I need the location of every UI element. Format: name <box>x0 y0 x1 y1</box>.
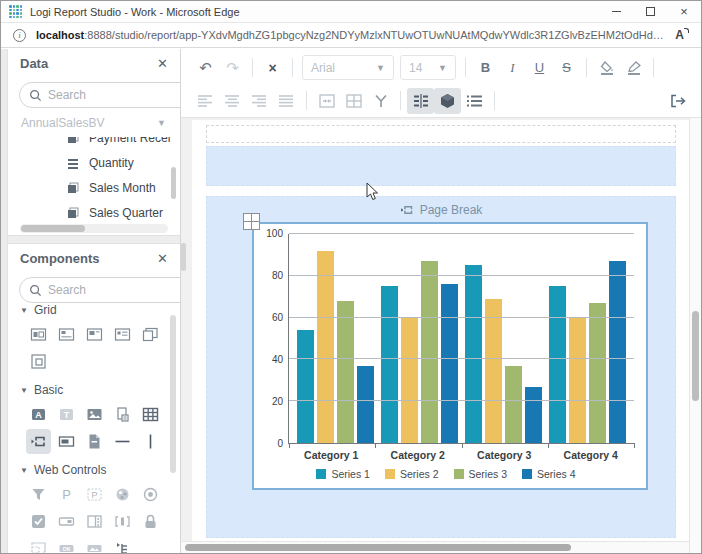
tree-icon[interactable] <box>110 536 135 553</box>
document-icon[interactable] <box>82 429 107 454</box>
canvas-horizontal-scrollbar[interactable] <box>181 541 689 553</box>
align-left-icon[interactable] <box>192 88 219 114</box>
field-item-sales-month[interactable]: Sales Month <box>8 175 180 200</box>
text-field-icon[interactable] <box>54 509 79 534</box>
highlight-pen-icon[interactable] <box>620 55 647 81</box>
url-text[interactable]: localhost:8888/studio/report/app-YXdvMgd… <box>36 29 667 41</box>
parameter-panel-icon[interactable]: P <box>82 482 107 507</box>
section-grid[interactable]: ▼ Grid <box>20 305 180 317</box>
checkbox-icon[interactable] <box>26 509 51 534</box>
close-icon[interactable]: × <box>667 1 701 22</box>
banded-layout-4-icon[interactable] <box>110 322 135 347</box>
x-axis-tick <box>462 443 463 448</box>
banded-layout-1-icon[interactable] <box>26 322 51 347</box>
frame-icon[interactable] <box>26 536 51 553</box>
bar-series-2 <box>485 299 502 443</box>
data-binding-icon[interactable] <box>407 88 434 114</box>
radio-button-icon[interactable] <box>138 482 163 507</box>
bar-series-1 <box>465 265 482 443</box>
section-web-controls[interactable]: ▼ Web Controls <box>20 463 180 477</box>
horizontal-scroll-thumb[interactable] <box>185 544 571 551</box>
minimize-icon[interactable] <box>599 1 633 22</box>
report-band-selected-1[interactable] <box>206 146 676 186</box>
section-basic[interactable]: ▼ Basic <box>20 383 180 397</box>
read-aloud-icon[interactable]: A <box>675 28 689 42</box>
datasource-select[interactable]: AnnualSalesBV ▼ <box>8 114 180 137</box>
field-item-payment-received[interactable]: Payment Recei <box>8 137 180 150</box>
subreport-icon[interactable] <box>110 402 135 427</box>
edge-window: { "window": { "title": "Logi Report Stud… <box>0 0 702 554</box>
nested-grid-icon[interactable] <box>26 349 51 374</box>
underline-button[interactable]: U <box>526 55 553 81</box>
export-icon[interactable] <box>664 88 691 114</box>
filter-icon[interactable] <box>26 482 51 507</box>
chart-component[interactable]: 020406080100 Category 1Category 2Categor… <box>252 222 648 490</box>
justify-icon[interactable] <box>273 88 300 114</box>
list-box-icon[interactable] <box>82 509 107 534</box>
legend-swatch <box>316 469 326 479</box>
data-list-vertical-scrollbar[interactable] <box>171 167 176 199</box>
page-break-icon[interactable] <box>26 429 51 454</box>
legend-item: Series 2 <box>385 468 439 480</box>
redo-icon[interactable]: ↷ <box>219 55 246 81</box>
maximize-icon[interactable] <box>633 1 667 22</box>
data-search-input[interactable] <box>48 88 180 102</box>
data-panel-header: Data ✕ <box>8 49 180 78</box>
data-list-horizontal-scrollbar[interactable] <box>20 224 168 233</box>
chevron-down-icon: ▼ <box>20 306 28 315</box>
sphere-icon[interactable] <box>110 482 135 507</box>
vertical-scroll-thumb[interactable] <box>692 311 699 401</box>
panel-divider[interactable] <box>8 235 180 244</box>
delete-icon[interactable]: × <box>259 55 286 81</box>
list-view-icon[interactable] <box>461 88 488 114</box>
field-item-sales-quarter[interactable]: Sales Quarter <box>8 200 180 223</box>
button-icon[interactable]: OK <box>54 536 79 553</box>
strike-label: S <box>562 60 571 75</box>
components-vertical-scrollbar[interactable] <box>170 315 176 473</box>
image-control-icon[interactable] <box>82 536 107 553</box>
components-search-box[interactable] <box>19 277 180 303</box>
label-icon[interactable]: A <box>26 402 51 427</box>
vertical-line-icon[interactable] <box>138 429 163 454</box>
info-icon[interactable]: i <box>13 29 26 42</box>
report-page[interactable]: Page Break 020406080100 <box>192 120 689 541</box>
align-right-icon[interactable] <box>246 88 273 114</box>
report-band-header[interactable] <box>206 125 676 143</box>
bold-button[interactable]: B <box>472 55 499 81</box>
split-cells-icon[interactable] <box>340 88 367 114</box>
undo-icon[interactable]: ↶ <box>192 55 219 81</box>
report-canvas[interactable]: Page Break 020406080100 <box>181 118 701 553</box>
strikethrough-button[interactable]: S <box>553 55 580 81</box>
data-panel-close-icon[interactable]: ✕ <box>157 57 168 70</box>
slider-icon[interactable] <box>110 509 135 534</box>
font-size-select[interactable]: 14 ▼ <box>400 55 456 80</box>
data-search-box[interactable] <box>19 82 180 108</box>
text-icon[interactable]: T <box>54 402 79 427</box>
report-band-selected-2[interactable]: Page Break 020406080100 <box>206 196 676 538</box>
italic-button[interactable]: I <box>499 55 526 81</box>
components-search-input[interactable] <box>48 283 180 297</box>
table-icon[interactable] <box>138 402 163 427</box>
cube-view-icon[interactable] <box>434 88 461 114</box>
image-icon[interactable] <box>82 402 107 427</box>
tabbed-report-icon[interactable] <box>138 322 163 347</box>
lock-icon[interactable] <box>138 509 163 534</box>
page-break-component[interactable]: Page Break <box>207 200 675 220</box>
font-family-select[interactable]: Arial ▼ <box>302 55 394 80</box>
x-axis-tick <box>548 443 549 448</box>
splitter-handle[interactable] <box>181 243 186 271</box>
move-handle-icon[interactable] <box>243 213 260 230</box>
canvas-vertical-scrollbar[interactable] <box>689 118 701 553</box>
parameter-icon[interactable]: P <box>54 482 79 507</box>
align-center-icon[interactable] <box>219 88 246 114</box>
components-panel-close-icon[interactable]: ✕ <box>157 252 168 265</box>
merge-cells-icon[interactable] <box>313 88 340 114</box>
fill-color-icon[interactable] <box>593 55 620 81</box>
banded-layout-2-icon[interactable] <box>54 322 79 347</box>
banner-icon[interactable] <box>54 429 79 454</box>
field-item-quantity[interactable]: Quantity <box>8 150 180 175</box>
banded-layout-3-icon[interactable] <box>82 322 107 347</box>
horizontal-line-icon[interactable] <box>110 429 135 454</box>
funnel-icon[interactable] <box>367 88 394 114</box>
x-category-label: Category 3 <box>461 449 548 461</box>
